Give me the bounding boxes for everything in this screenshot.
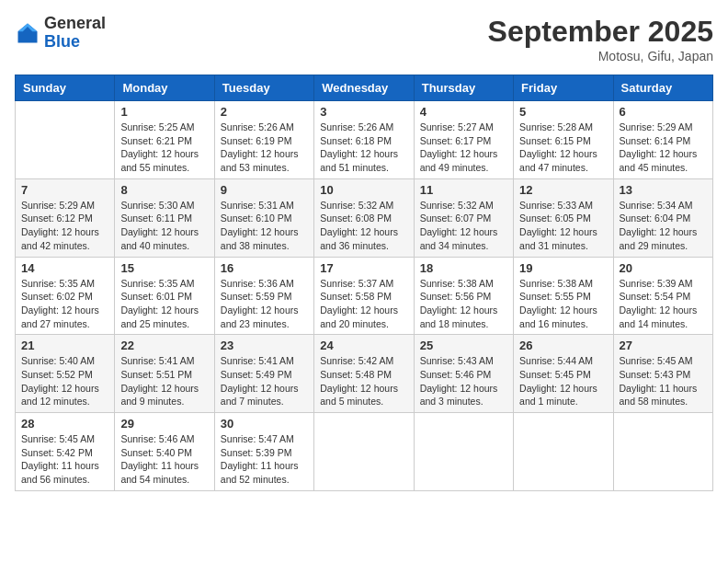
day-number: 25 bbox=[420, 339, 507, 352]
day-info: Sunrise: 5:38 AM Sunset: 5:56 PM Dayligh… bbox=[420, 277, 507, 331]
day-info: Sunrise: 5:32 AM Sunset: 6:07 PM Dayligh… bbox=[420, 199, 507, 253]
day-number: 15 bbox=[120, 261, 208, 275]
title-block: September 2025 Motosu, Gifu, Japan bbox=[488, 15, 713, 63]
calendar-cell: 6Sunrise: 5:29 AM Sunset: 6:14 PM Daylig… bbox=[613, 101, 712, 179]
calendar-cell: 8Sunrise: 5:30 AM Sunset: 6:11 PM Daylig… bbox=[115, 178, 214, 257]
calendar-cell: 16Sunrise: 5:36 AM Sunset: 5:59 PM Dayli… bbox=[214, 257, 313, 335]
day-number: 3 bbox=[320, 105, 407, 119]
day-number: 16 bbox=[221, 261, 308, 275]
day-number: 23 bbox=[221, 339, 308, 352]
weekday-header-thursday: Thursday bbox=[414, 75, 513, 101]
day-info: Sunrise: 5:41 AM Sunset: 5:51 PM Dayligh… bbox=[120, 354, 208, 408]
calendar-cell: 4Sunrise: 5:27 AM Sunset: 6:17 PM Daylig… bbox=[414, 101, 513, 179]
calendar-cell bbox=[414, 413, 513, 491]
day-number: 30 bbox=[221, 417, 308, 431]
day-number: 21 bbox=[21, 339, 108, 352]
logo-general: General bbox=[44, 14, 106, 32]
day-number: 27 bbox=[620, 339, 707, 352]
calendar-cell: 10Sunrise: 5:32 AM Sunset: 6:08 PM Dayli… bbox=[314, 178, 414, 257]
day-number: 13 bbox=[620, 183, 707, 197]
day-info: Sunrise: 5:35 AM Sunset: 6:01 PM Dayligh… bbox=[120, 277, 208, 331]
day-info: Sunrise: 5:45 AM Sunset: 5:42 PM Dayligh… bbox=[21, 432, 108, 487]
day-number: 9 bbox=[221, 183, 308, 197]
calendar-cell: 15Sunrise: 5:35 AM Sunset: 6:01 PM Dayli… bbox=[115, 257, 214, 335]
day-info: Sunrise: 5:41 AM Sunset: 5:49 PM Dayligh… bbox=[221, 354, 308, 408]
calendar-cell: 23Sunrise: 5:41 AM Sunset: 5:49 PM Dayli… bbox=[214, 335, 313, 413]
calendar-cell: 18Sunrise: 5:38 AM Sunset: 5:56 PM Dayli… bbox=[414, 257, 513, 335]
calendar-cell: 14Sunrise: 5:35 AM Sunset: 6:02 PM Dayli… bbox=[16, 257, 115, 335]
calendar-week-row: 1Sunrise: 5:25 AM Sunset: 6:21 PM Daylig… bbox=[16, 101, 713, 179]
calendar-cell: 12Sunrise: 5:33 AM Sunset: 6:05 PM Dayli… bbox=[514, 178, 613, 257]
calendar-cell: 9Sunrise: 5:31 AM Sunset: 6:10 PM Daylig… bbox=[214, 178, 313, 257]
day-info: Sunrise: 5:44 AM Sunset: 5:45 PM Dayligh… bbox=[519, 354, 607, 408]
day-number: 11 bbox=[420, 183, 507, 197]
day-number: 18 bbox=[420, 261, 507, 275]
calendar-week-row: 7Sunrise: 5:29 AM Sunset: 6:12 PM Daylig… bbox=[16, 178, 713, 257]
day-info: Sunrise: 5:46 AM Sunset: 5:40 PM Dayligh… bbox=[120, 432, 208, 487]
calendar-cell: 5Sunrise: 5:28 AM Sunset: 6:15 PM Daylig… bbox=[514, 101, 613, 179]
day-info: Sunrise: 5:30 AM Sunset: 6:11 PM Dayligh… bbox=[120, 199, 208, 253]
day-info: Sunrise: 5:29 AM Sunset: 6:12 PM Dayligh… bbox=[21, 199, 108, 253]
day-info: Sunrise: 5:33 AM Sunset: 6:05 PM Dayligh… bbox=[519, 199, 607, 253]
day-number: 5 bbox=[519, 105, 607, 119]
calendar-cell: 13Sunrise: 5:34 AM Sunset: 6:04 PM Dayli… bbox=[613, 178, 712, 257]
calendar-cell: 7Sunrise: 5:29 AM Sunset: 6:12 PM Daylig… bbox=[16, 178, 115, 257]
day-number: 29 bbox=[120, 417, 208, 431]
day-info: Sunrise: 5:26 AM Sunset: 6:19 PM Dayligh… bbox=[221, 121, 308, 175]
logo-icon bbox=[15, 20, 40, 46]
day-info: Sunrise: 5:36 AM Sunset: 5:59 PM Dayligh… bbox=[221, 277, 308, 331]
logo-blue: Blue bbox=[44, 32, 80, 51]
weekday-header-friday: Friday bbox=[514, 75, 613, 101]
day-number: 26 bbox=[519, 339, 607, 352]
day-info: Sunrise: 5:35 AM Sunset: 6:02 PM Dayligh… bbox=[21, 277, 108, 331]
day-info: Sunrise: 5:28 AM Sunset: 6:15 PM Dayligh… bbox=[519, 121, 607, 175]
calendar-cell: 28Sunrise: 5:45 AM Sunset: 5:42 PM Dayli… bbox=[16, 413, 115, 491]
calendar-cell: 11Sunrise: 5:32 AM Sunset: 6:07 PM Dayli… bbox=[414, 178, 513, 257]
page-header: General Blue September 2025 Motosu, Gifu… bbox=[15, 15, 713, 63]
calendar-cell bbox=[514, 413, 613, 491]
calendar-week-row: 28Sunrise: 5:45 AM Sunset: 5:42 PM Dayli… bbox=[16, 413, 713, 491]
day-info: Sunrise: 5:26 AM Sunset: 6:18 PM Dayligh… bbox=[320, 121, 407, 175]
day-info: Sunrise: 5:42 AM Sunset: 5:48 PM Dayligh… bbox=[320, 354, 407, 408]
day-number: 22 bbox=[120, 339, 208, 352]
day-info: Sunrise: 5:27 AM Sunset: 6:17 PM Dayligh… bbox=[420, 121, 507, 175]
day-number: 8 bbox=[120, 183, 208, 197]
day-info: Sunrise: 5:25 AM Sunset: 6:21 PM Dayligh… bbox=[120, 121, 208, 175]
day-info: Sunrise: 5:37 AM Sunset: 5:58 PM Dayligh… bbox=[320, 277, 407, 331]
calendar-table: SundayMondayTuesdayWednesdayThursdayFrid… bbox=[15, 75, 713, 491]
day-number: 28 bbox=[21, 417, 108, 431]
calendar-cell bbox=[314, 413, 414, 491]
calendar-cell: 1Sunrise: 5:25 AM Sunset: 6:21 PM Daylig… bbox=[115, 101, 214, 179]
day-info: Sunrise: 5:34 AM Sunset: 6:04 PM Dayligh… bbox=[620, 199, 707, 253]
logo-text: General Blue bbox=[44, 15, 106, 52]
weekday-header-saturday: Saturday bbox=[613, 75, 712, 101]
calendar-cell bbox=[613, 413, 712, 491]
calendar-cell: 29Sunrise: 5:46 AM Sunset: 5:40 PM Dayli… bbox=[115, 413, 214, 491]
day-info: Sunrise: 5:47 AM Sunset: 5:39 PM Dayligh… bbox=[221, 432, 308, 487]
calendar-cell: 27Sunrise: 5:45 AM Sunset: 5:43 PM Dayli… bbox=[613, 335, 712, 413]
day-info: Sunrise: 5:38 AM Sunset: 5:55 PM Dayligh… bbox=[519, 277, 607, 331]
day-number: 7 bbox=[21, 183, 108, 197]
day-info: Sunrise: 5:32 AM Sunset: 6:08 PM Dayligh… bbox=[320, 199, 407, 253]
calendar-week-row: 21Sunrise: 5:40 AM Sunset: 5:52 PM Dayli… bbox=[16, 335, 713, 413]
calendar-cell: 30Sunrise: 5:47 AM Sunset: 5:39 PM Dayli… bbox=[214, 413, 313, 491]
location: Motosu, Gifu, Japan bbox=[488, 49, 713, 63]
calendar-cell: 3Sunrise: 5:26 AM Sunset: 6:18 PM Daylig… bbox=[314, 101, 414, 179]
calendar-cell bbox=[16, 101, 115, 179]
calendar-cell: 20Sunrise: 5:39 AM Sunset: 5:54 PM Dayli… bbox=[613, 257, 712, 335]
day-number: 19 bbox=[519, 261, 607, 275]
day-info: Sunrise: 5:39 AM Sunset: 5:54 PM Dayligh… bbox=[620, 277, 707, 331]
calendar-cell: 17Sunrise: 5:37 AM Sunset: 5:58 PM Dayli… bbox=[314, 257, 414, 335]
day-number: 1 bbox=[120, 105, 208, 119]
weekday-header-monday: Monday bbox=[115, 75, 214, 101]
month-title: September 2025 bbox=[488, 15, 713, 49]
day-number: 2 bbox=[221, 105, 308, 119]
day-number: 24 bbox=[320, 339, 407, 352]
day-info: Sunrise: 5:31 AM Sunset: 6:10 PM Dayligh… bbox=[221, 199, 308, 253]
calendar-cell: 25Sunrise: 5:43 AM Sunset: 5:46 PM Dayli… bbox=[414, 335, 513, 413]
day-info: Sunrise: 5:29 AM Sunset: 6:14 PM Dayligh… bbox=[620, 121, 707, 175]
calendar-cell: 26Sunrise: 5:44 AM Sunset: 5:45 PM Dayli… bbox=[514, 335, 613, 413]
weekday-header-tuesday: Tuesday bbox=[214, 75, 313, 101]
calendar-cell: 22Sunrise: 5:41 AM Sunset: 5:51 PM Dayli… bbox=[115, 335, 214, 413]
day-number: 14 bbox=[21, 261, 108, 275]
